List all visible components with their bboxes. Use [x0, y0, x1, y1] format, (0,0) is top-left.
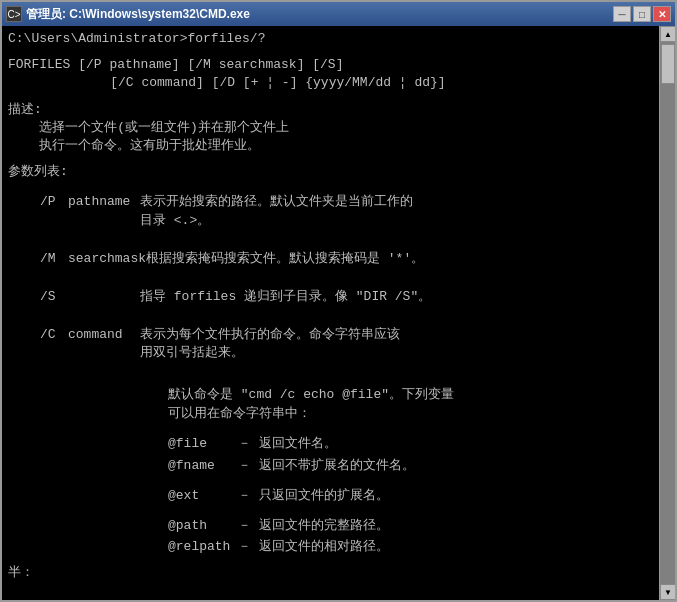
var-ext-desc: － 只返回文件的扩展名。 [238, 487, 389, 505]
scrollbar[interactable]: ▲ ▼ [659, 26, 675, 600]
close-button[interactable]: ✕ [653, 6, 671, 22]
param-p-desc: 表示开始搜索的路径。默认文件夹是当前工作的 目录 <.>。 [140, 193, 653, 229]
var-path-name: @path [168, 517, 238, 535]
default-cmd-block: 默认命令是 "cmd /c echo @file"。下列变量 可以用在命令字符串… [8, 386, 653, 555]
desc-line1: 选择一个文件(或一组文件)并在那个文件上 [8, 119, 653, 137]
desc-header: 描述: [8, 101, 653, 119]
param-m-row: /M searchmask 根据搜索掩码搜索文件。默认搜索掩码是 '*'。 [8, 250, 653, 268]
var-file-row: @file － 返回文件名。 [168, 435, 653, 453]
var-relpath-desc: － 返回文件的相对路径。 [238, 538, 389, 556]
window-title: 管理员: C:\Windows\system32\CMD.exe [26, 6, 609, 23]
var-relpath-row: @relpath － 返回文件的相对路径。 [168, 538, 653, 556]
params-header: 参数列表: [8, 163, 653, 181]
partial-line: 半： [8, 564, 653, 582]
param-s-flag: /S [40, 288, 60, 306]
param-p-flag [8, 193, 40, 229]
var-ext-name: @ext [168, 487, 238, 505]
var-ext-row: @ext － 只返回文件的扩展名。 [168, 487, 653, 505]
param-c-row: /C command 表示为每个文件执行的命令。命令字符串应该 用双引号括起来。 [8, 326, 653, 362]
cmd-window: C> 管理员: C:\Windows\system32\CMD.exe ─ □ … [0, 0, 677, 602]
param-m-desc: 根据搜索掩码搜索文件。默认搜索掩码是 '*'。 [146, 250, 653, 268]
param-c-name: command [60, 326, 140, 362]
usage-line1: FORFILES [/P pathname] [/M searchmask] [… [8, 56, 653, 74]
param-s-row: /S 指导 forfiles 递归到子目录。像 "DIR /S"。 [8, 288, 653, 306]
var-fname-desc: － 返回不带扩展名的文件名。 [238, 457, 415, 475]
prompt-line: C:\Users\Administrator>forfiles/? [8, 30, 653, 48]
scroll-thumb[interactable] [661, 44, 675, 84]
param-s-name [60, 288, 140, 306]
var-fname-row: @fname － 返回不带扩展名的文件名。 [168, 457, 653, 475]
param-c-flag: /C [40, 326, 60, 362]
window-controls: ─ □ ✕ [613, 6, 671, 22]
desc-line2: 执行一个命令。这有助于批处理作业。 [8, 137, 653, 155]
var-path-desc: － 返回文件的完整路径。 [238, 517, 389, 535]
param-p-row: /P pathname 表示开始搜索的路径。默认文件夹是当前工作的 目录 <.>… [8, 193, 653, 229]
window-icon: C> [6, 6, 22, 22]
param-m-flag: /M [40, 250, 60, 268]
param-p-slash: /P [40, 193, 60, 229]
param-s-desc: 指导 forfiles 递归到子目录。像 "DIR /S"。 [140, 288, 653, 306]
var-file-name: @file [168, 435, 238, 453]
var-file-desc: － 返回文件名。 [238, 435, 337, 453]
var-relpath-name: @relpath [168, 538, 238, 556]
minimize-button[interactable]: ─ [613, 6, 631, 22]
param-m-name: searchmask [60, 250, 146, 268]
var-path-row: @path － 返回文件的完整路径。 [168, 517, 653, 535]
console-output[interactable]: C:\Users\Administrator>forfiles/? FORFIL… [2, 26, 659, 600]
scroll-track[interactable] [660, 42, 675, 584]
default-cmd-line2: 可以用在命令字符串中： [168, 405, 653, 423]
titlebar: C> 管理员: C:\Windows\system32\CMD.exe ─ □ … [2, 2, 675, 26]
scroll-up-button[interactable]: ▲ [660, 26, 675, 42]
default-cmd-line1: 默认命令是 "cmd /c echo @file"。下列变量 [168, 386, 653, 404]
param-p-name: pathname [60, 193, 140, 229]
usage-line2: [/C command] [/D [+ ¦ -] {yyyy/MM/dd ¦ d… [8, 74, 653, 92]
maximize-button[interactable]: □ [633, 6, 651, 22]
var-fname-name: @fname [168, 457, 238, 475]
console-area: C:\Users\Administrator>forfiles/? FORFIL… [2, 26, 675, 600]
param-c-desc: 表示为每个文件执行的命令。命令字符串应该 用双引号括起来。 [140, 326, 653, 362]
scroll-down-button[interactable]: ▼ [660, 584, 675, 600]
